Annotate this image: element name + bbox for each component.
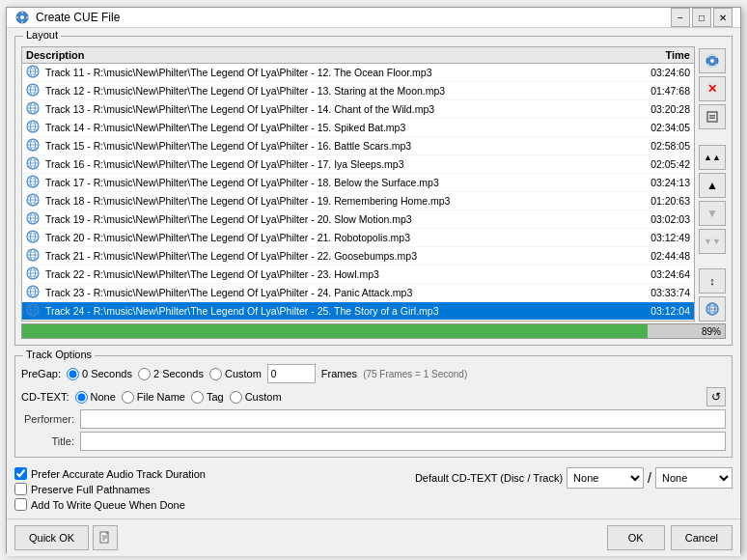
track-row[interactable]: Track 20 - R:\music\New\Philter\The Lege… — [22, 229, 694, 247]
track-row[interactable]: Track 13 - R:\music\New\Philter\The Lege… — [22, 100, 694, 119]
track-row[interactable]: Track 18 - R:\music\New\Philter\The Lege… — [22, 192, 694, 210]
progress-bar-container: 89% — [21, 323, 726, 339]
cdtext-tag-radio[interactable] — [191, 391, 204, 404]
track-description: Track 21 - R:\music\New\Philter\The Lege… — [45, 250, 637, 262]
delete-button[interactable]: ✕ — [699, 76, 726, 101]
close-button[interactable]: ✕ — [713, 8, 733, 27]
minimize-button[interactable]: − — [671, 8, 690, 27]
footer-right: OK Cancel — [607, 525, 733, 550]
pregap-0-option[interactable]: 0 Seconds — [67, 368, 132, 380]
track-row[interactable]: Track 23 - R:\music\New\Philter\The Lege… — [22, 284, 694, 302]
move-bottom-button[interactable]: ▼▼ — [699, 229, 726, 254]
track-list-container: Description Time Track 11 - R:\music\New… — [21, 46, 695, 322]
frames-unit-label: Frames — [321, 368, 357, 379]
layout-label: Layout — [23, 29, 61, 41]
track-description: Track 17 - R:\music\New\Philter\The Lege… — [45, 177, 637, 188]
titlebar: Create CUE File − □ ✕ — [7, 8, 740, 28]
cdtext-filename-radio[interactable] — [122, 391, 134, 404]
frames-input[interactable] — [267, 364, 316, 383]
cdtext-filename-label: File Name — [137, 391, 185, 403]
default-cdtext-disc-select[interactable]: None Filename Tag — [567, 467, 644, 489]
track-row[interactable]: Track 22 - R:\music\New\Philter\The Lege… — [22, 266, 694, 284]
properties-button[interactable] — [699, 104, 726, 129]
track-icon — [26, 211, 42, 227]
cdtext-reset-button[interactable]: ↺ — [706, 387, 726, 406]
pregap-0-radio[interactable] — [67, 368, 79, 380]
move-down-button[interactable]: ▼ — [699, 201, 726, 226]
track-time: 03:33:74 — [637, 287, 690, 298]
footer-left: Quick OK — [14, 525, 118, 550]
pregap-0-label: 0 Seconds — [82, 368, 132, 379]
performer-input[interactable] — [80, 409, 726, 429]
cdtext-tag-label: Tag — [207, 391, 224, 403]
globe-button[interactable] — [699, 296, 726, 322]
preserve-paths-label: Preserve Full Pathnames — [31, 484, 151, 495]
cancel-button[interactable]: Cancel — [671, 525, 733, 550]
pregap-custom-radio[interactable] — [209, 368, 222, 380]
ok-button[interactable]: OK — [607, 525, 665, 550]
track-row[interactable]: Track 21 - R:\music\New\Philter\The Lege… — [22, 247, 694, 266]
document-icon-button[interactable] — [93, 525, 118, 550]
cdtext-filename-option[interactable]: File Name — [122, 391, 185, 404]
track-description: Track 15 - R:\music\New\Philter\The Lege… — [45, 140, 637, 152]
track-row[interactable]: Track 24 - R:\music\New\Philter\The Lege… — [22, 302, 694, 321]
footer: Quick OK OK Cancel — [7, 518, 740, 556]
svg-point-77 — [710, 59, 714, 63]
add-button[interactable] — [699, 48, 726, 73]
quick-ok-button[interactable]: Quick OK — [14, 525, 89, 550]
main-window: Create CUE File − □ ✕ Layout Description… — [6, 7, 741, 553]
cdtext-label: CD-TEXT: — [21, 391, 69, 403]
add-queue-checkbox[interactable]: Add To Write Queue When Done — [14, 498, 206, 511]
track-time: 02:34:05 — [637, 122, 690, 133]
track-row[interactable]: Track 17 - R:\music\New\Philter\The Lege… — [22, 174, 694, 192]
track-time: 03:12:49 — [637, 232, 690, 243]
track-row[interactable]: Track 11 - R:\music\New\Philter\The Lege… — [22, 64, 694, 82]
track-list-header: Description Time — [22, 47, 694, 64]
maximize-button[interactable]: □ — [692, 8, 711, 27]
track-description: Track 23 - R:\music\New\Philter\The Lege… — [45, 287, 637, 298]
track-time: 02:58:05 — [637, 140, 690, 152]
track-description: Track 19 - R:\music\New\Philter\The Lege… — [45, 213, 637, 225]
move-up-button[interactable]: ▲ — [699, 173, 726, 198]
track-description: Track 13 - R:\music\New\Philter\The Lege… — [45, 103, 637, 115]
track-icon — [26, 303, 42, 319]
pregap-row: PreGap: 0 Seconds 2 Seconds Custom Frame… — [21, 364, 726, 383]
pregap-custom-option[interactable]: Custom — [209, 368, 262, 380]
side-buttons: ✕ ▲▲ ▲ ▼ ▼▼ ↕ — [699, 46, 726, 322]
title-input[interactable] — [80, 432, 726, 451]
track-time: 01:47:68 — [637, 85, 690, 97]
track-options-section: Track Options PreGap: 0 Seconds 2 Second… — [14, 355, 733, 458]
track-time: 01:20:63 — [637, 195, 690, 207]
track-icon — [26, 266, 42, 282]
track-row[interactable]: Track 14 - R:\music\New\Philter\The Lege… — [22, 119, 694, 137]
default-cdtext-section: Default CD-TEXT (Disc / Track) None File… — [415, 467, 733, 489]
track-description: Track 11 - R:\music\New\Philter\The Lege… — [45, 67, 637, 78]
window-title: Create CUE File — [36, 11, 671, 24]
col-description-header: Description — [26, 49, 632, 61]
prefer-accurate-checkbox[interactable]: Prefer Accurate Audio Track Duration — [14, 467, 206, 480]
sort-button[interactable]: ↕ — [699, 268, 726, 294]
track-icon — [26, 101, 42, 117]
track-row[interactable]: Track 19 - R:\music\New\Philter\The Lege… — [22, 210, 694, 229]
track-list[interactable]: Track 11 - R:\music\New\Philter\The Lege… — [22, 64, 694, 321]
track-row[interactable]: Track 12 - R:\music\New\Philter\The Lege… — [22, 82, 694, 100]
title-label: Title: — [21, 435, 74, 447]
track-icon — [26, 138, 42, 154]
track-icon — [26, 193, 42, 209]
preserve-paths-checkbox[interactable]: Preserve Full Pathnames — [14, 483, 206, 495]
track-description: Track 16 - R:\music\New\Philter\The Lege… — [45, 158, 637, 170]
main-content: Layout Description Time Track 11 - R:\mu… — [7, 28, 740, 518]
track-row[interactable]: Track 15 - R:\music\New\Philter\The Lege… — [22, 137, 694, 155]
track-time: 03:24:60 — [637, 67, 690, 78]
window-icon — [14, 10, 30, 25]
cdtext-custom-radio[interactable] — [230, 391, 242, 404]
cdtext-tag-option[interactable]: Tag — [191, 391, 224, 404]
move-top-button[interactable]: ▲▲ — [699, 145, 726, 170]
pregap-2-option[interactable]: 2 Seconds — [138, 368, 204, 380]
pregap-2-radio[interactable] — [138, 368, 151, 380]
default-cdtext-track-select[interactable]: None Filename Tag — [655, 467, 733, 489]
cdtext-none-option[interactable]: None — [75, 391, 116, 404]
cdtext-custom-option[interactable]: Custom — [230, 391, 282, 404]
track-row[interactable]: Track 16 - R:\music\New\Philter\The Lege… — [22, 155, 694, 174]
cdtext-none-radio[interactable] — [75, 391, 88, 404]
